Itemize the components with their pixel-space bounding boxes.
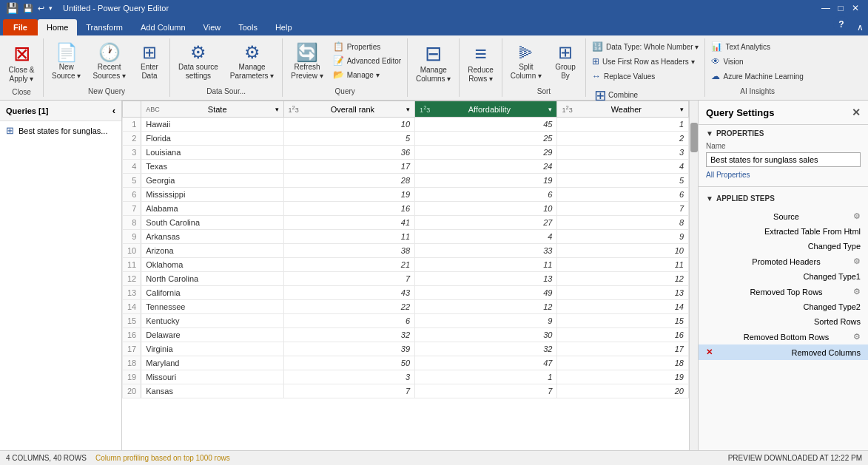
- applied-step-item[interactable]: Source⚙: [699, 208, 868, 224]
- cell-index: 19: [123, 370, 141, 384]
- tab-help[interactable]: Help: [266, 19, 301, 35]
- table-row: 3 Louisiana 36 29 3: [123, 146, 689, 160]
- ai-insights-content: 📊 Text Analytics 👁 Vision ☁ Azure Machin…: [708, 38, 806, 85]
- table-row: 12 North Carolina 7 13 12: [123, 272, 689, 286]
- new-source-label: NewSource ▾: [52, 63, 81, 81]
- split-column-label: SplitColumn ▾: [511, 63, 542, 81]
- step-x-icon[interactable]: ✕: [706, 347, 713, 357]
- col-dropdown-weather[interactable]: ▾: [680, 106, 684, 113]
- close-apply-icon: ⊠: [13, 44, 30, 64]
- scrollbar-track[interactable]: [689, 101, 698, 450]
- help-icon[interactable]: ?: [833, 16, 850, 33]
- applied-step-item[interactable]: Removed Bottom Rows⚙: [699, 329, 868, 344]
- manage-button[interactable]: 📂 Manage ▾: [330, 68, 404, 81]
- azure-ml-button[interactable]: ☁ Azure Machine Learning: [708, 69, 806, 83]
- col-dropdown-overall[interactable]: ▾: [406, 106, 410, 113]
- properties-button[interactable]: 📋 Properties: [330, 40, 404, 53]
- applied-step-item[interactable]: Promoted Headers⚙: [699, 254, 868, 269]
- step-name: Removed Columns: [791, 348, 861, 357]
- cell-overall: 36: [283, 146, 415, 160]
- group-by-button[interactable]: ⊞ GroupBy: [548, 40, 582, 83]
- new-source-button[interactable]: 📄 NewSource ▾: [47, 40, 86, 83]
- cell-afford: 1: [415, 370, 557, 384]
- cell-afford: 6: [415, 188, 557, 202]
- advanced-editor-button[interactable]: 📝 Advanced Editor: [330, 54, 404, 67]
- cell-afford: 11: [415, 258, 557, 272]
- step-gear-icon[interactable]: ⚙: [853, 332, 861, 342]
- step-gear-icon[interactable]: ⚙: [853, 287, 861, 296]
- cell-state: California: [141, 286, 283, 300]
- use-first-row-button[interactable]: ⊞ Use First Row as Headers ▾: [589, 55, 697, 68]
- cell-state: Florida: [141, 132, 283, 146]
- close-button[interactable]: ✕: [849, 1, 862, 15]
- sidebar-item-query[interactable]: ⊞ Best states for sunglas...: [0, 121, 121, 140]
- qs-name-input[interactable]: [706, 152, 861, 167]
- combine-label: Combine: [608, 91, 638, 100]
- applied-step-item[interactable]: Sorted Rows: [699, 314, 868, 329]
- tab-tools[interactable]: Tools: [229, 19, 266, 35]
- manage-columns-icon: ⊟: [425, 44, 442, 64]
- tab-home[interactable]: Home: [38, 19, 77, 35]
- all-properties-link[interactable]: All Properties: [706, 171, 750, 179]
- app-icon: 💾: [6, 2, 18, 14]
- tab-file[interactable]: File: [3, 19, 38, 35]
- ribbon-group-new-query: 📄 NewSource ▾ 🕐 RecentSources ▾ ⊞ EnterD…: [44, 38, 170, 97]
- maximize-button[interactable]: □: [834, 1, 847, 15]
- ribbon-group-transform: 🔢 Data Type: Whole Number ▾ ⊞ Use First …: [586, 38, 705, 97]
- advanced-editor-icon: 📝: [333, 55, 344, 66]
- enter-data-button[interactable]: ⊞ EnterData: [132, 40, 166, 83]
- window-controls: — □ ✕: [819, 1, 862, 15]
- recent-sources-label: RecentSources ▾: [92, 63, 125, 81]
- cell-afford: 9: [415, 314, 557, 328]
- col-type-overall: 123: [289, 104, 299, 114]
- quick-access-dropdown[interactable]: ▾: [49, 4, 53, 12]
- table-row: 1 Hawaii 10 45 1: [123, 118, 689, 132]
- table-scroll-container[interactable]: ABC State ▾ 123 Overall rank ▾: [122, 101, 698, 450]
- applied-step-item[interactable]: Changed Type: [699, 239, 868, 254]
- manage-columns-label-grp: [411, 93, 456, 97]
- step-gear-icon[interactable]: ⚙: [853, 211, 861, 221]
- replace-values-button[interactable]: ↔ Replace Values: [589, 69, 658, 83]
- data-type-button[interactable]: 🔢 Data Type: Whole Number ▾: [589, 40, 702, 53]
- new-query-content: 📄 NewSource ▾ 🕐 RecentSources ▾ ⊞ EnterD…: [47, 38, 166, 85]
- close-apply-button[interactable]: ⊠ Close &Apply ▾: [3, 40, 40, 86]
- refresh-preview-button[interactable]: 🔄 RefreshPreview ▾: [286, 40, 328, 83]
- split-column-button[interactable]: ⫸ SplitColumn ▾: [505, 40, 547, 83]
- col-header-overall: 123 Overall rank ▾: [283, 101, 415, 118]
- tab-view[interactable]: View: [195, 19, 230, 35]
- reduce-rows-button[interactable]: ≡ ReduceRows ▾: [462, 40, 498, 86]
- step-gear-icon[interactable]: ⚙: [853, 257, 861, 266]
- applied-step-item[interactable]: Changed Type1: [699, 269, 868, 284]
- tab-transform[interactable]: Transform: [77, 19, 132, 35]
- step-name: Removed Bottom Rows: [744, 333, 830, 342]
- text-analytics-button[interactable]: 📊 Text Analytics: [708, 40, 773, 53]
- manage-columns-button[interactable]: ⊟ ManageColumns ▾: [411, 40, 456, 86]
- recent-sources-button[interactable]: 🕐 RecentSources ▾: [87, 40, 130, 83]
- collapse-ribbon-icon[interactable]: ∧: [857, 22, 864, 33]
- col-dropdown-afford[interactable]: ▾: [548, 106, 552, 113]
- cell-weather: 10: [557, 244, 689, 258]
- quick-access-save[interactable]: 💾: [23, 4, 33, 13]
- data-table-wrapper: ABC State ▾ 123 Overall rank ▾: [122, 101, 698, 450]
- applied-step-item[interactable]: ✕Removed Columns: [699, 344, 868, 360]
- table-row: 10 Arizona 38 33 10: [123, 244, 689, 258]
- applied-step-item[interactable]: Extracted Table From Html: [699, 224, 868, 239]
- manage-parameters-button[interactable]: ⚙ ManageParameters ▾: [225, 40, 279, 83]
- cell-state: Alabama: [141, 202, 283, 216]
- sidebar-collapse-icon[interactable]: ‹: [112, 105, 115, 116]
- col-name-afford: Affordability: [468, 105, 511, 114]
- cell-overall: 43: [283, 286, 415, 300]
- tab-add-column[interactable]: Add Column: [132, 19, 195, 35]
- scrollbar-thumb[interactable]: [690, 123, 698, 152]
- col-dropdown-state[interactable]: ▾: [275, 106, 279, 113]
- vision-button[interactable]: 👁 Vision: [708, 55, 746, 68]
- quick-access-undo[interactable]: ↩: [38, 4, 44, 13]
- cell-index: 17: [123, 342, 141, 356]
- qs-close-icon[interactable]: ✕: [852, 106, 861, 118]
- applied-step-item[interactable]: Changed Type2: [699, 299, 868, 314]
- data-source-settings-button[interactable]: ⚙ Data sourcesettings: [173, 40, 223, 83]
- steps-collapse-icon: ▼: [706, 194, 713, 203]
- cell-index: 6: [123, 188, 141, 202]
- minimize-button[interactable]: —: [819, 1, 832, 15]
- applied-step-item[interactable]: Removed Top Rows⚙: [699, 284, 868, 299]
